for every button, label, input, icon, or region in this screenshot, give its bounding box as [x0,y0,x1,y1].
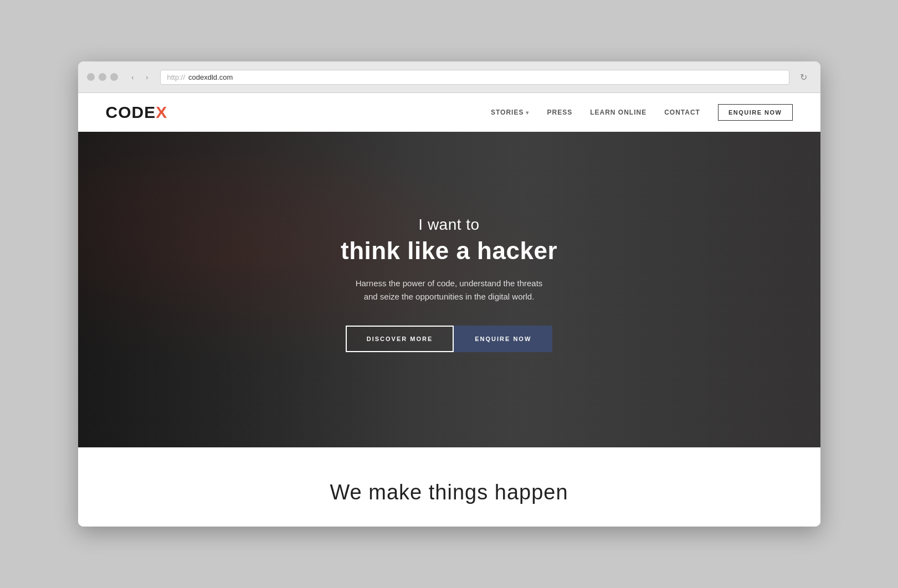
browser-nav-arrows: ‹ › [127,71,153,83]
browser-back-button[interactable]: ‹ [127,71,139,83]
below-hero-title: We make things happen [106,481,793,504]
below-hero-section: We make things happen [78,447,820,527]
discover-more-button[interactable]: DISCOVER MORE [346,326,454,352]
hero-enquire-button[interactable]: ENQUIRE NOW [454,326,552,352]
nav-enquire-button[interactable]: ENQUIRE NOW [718,104,793,121]
browser-chrome: ‹ › http:// codexdld.com ↻ [78,61,820,93]
browser-forward-button[interactable]: › [141,71,153,83]
nav-stories-label: STORIES [491,109,524,116]
nav-item-learn-online[interactable]: LEARN ONLINE [590,109,646,116]
site-logo[interactable]: CODEX [106,103,168,122]
site-header: CODEX STORIES ▾ PRESS LEARN ONLINE CONTA… [78,93,820,132]
chevron-down-icon: ▾ [526,110,529,116]
nav-item-press[interactable]: PRESS [547,109,572,116]
site-nav: STORIES ▾ PRESS LEARN ONLINE CONTACT ENQ… [491,104,793,121]
browser-window: ‹ › http:// codexdld.com ↻ CODEX STORIES… [78,61,820,527]
hero-section: I want to think like a hacker Harness th… [78,132,820,447]
hero-subtitle: I want to [418,216,479,234]
reload-button[interactable]: ↻ [796,69,812,85]
traffic-light-close[interactable] [87,73,95,81]
traffic-light-minimize[interactable] [99,73,106,81]
traffic-lights [87,73,118,81]
traffic-light-maximize[interactable] [110,73,118,81]
logo-text-x: X [156,103,167,121]
hero-content: I want to think like a hacker Harness th… [78,132,820,447]
url-protocol: http:// [167,73,186,81]
hero-buttons: DISCOVER MORE ENQUIRE NOW [346,326,553,352]
url-domain: codexdld.com [188,73,233,81]
nav-item-stories[interactable]: STORIES ▾ [491,109,529,116]
site-wrapper: CODEX STORIES ▾ PRESS LEARN ONLINE CONTA… [78,93,820,527]
hero-title: think like a hacker [341,237,557,265]
address-bar[interactable]: http:// codexdld.com [160,70,789,85]
hero-description: Harness the power of code, understand th… [356,277,543,303]
nav-item-contact[interactable]: CONTACT [664,109,700,116]
logo-text-main: CODE [106,103,156,121]
